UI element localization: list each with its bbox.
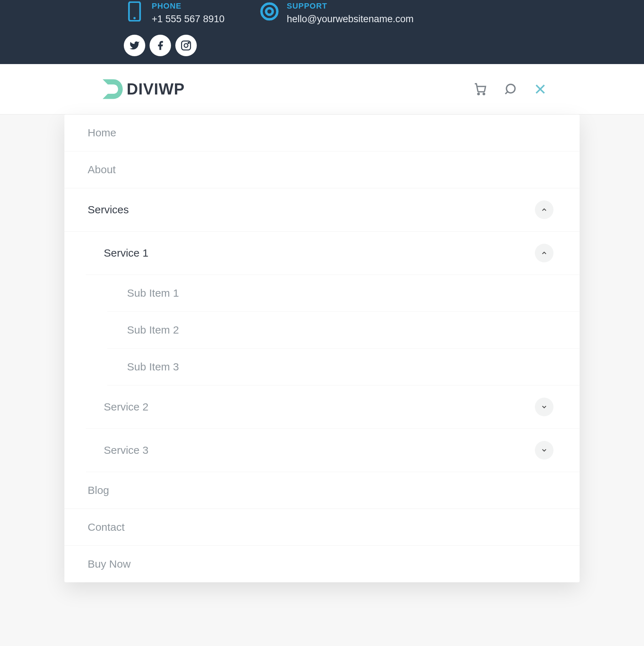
chevron-up-icon <box>541 206 548 213</box>
menu-label: Sub Item 2 <box>127 324 179 336</box>
support-value: hello@yourwebsitename.com <box>287 14 414 25</box>
chevron-down-icon <box>541 447 548 454</box>
site-logo[interactable]: DIVIWP <box>100 78 185 100</box>
facebook-icon <box>155 40 166 51</box>
phone-label: PHONE <box>152 1 224 11</box>
twitter-icon <box>129 40 140 51</box>
close-menu-button[interactable] <box>533 82 547 96</box>
collapse-button[interactable] <box>535 244 553 262</box>
menu-item-buy-now[interactable]: Buy Now <box>64 546 580 582</box>
chevron-down-icon <box>541 403 548 411</box>
phone-block: PHONE +1 555 567 8910 <box>125 1 224 25</box>
header-bar: DIVIWP <box>0 64 644 115</box>
menu-item-blog[interactable]: Blog <box>64 472 580 509</box>
cart-icon <box>474 83 487 96</box>
menu-item-service-1[interactable]: Service 1 <box>86 232 580 275</box>
logo-mark-icon <box>100 78 124 100</box>
phone-value: +1 555 567 8910 <box>152 14 224 25</box>
menu-item-contact[interactable]: Contact <box>64 509 580 546</box>
menu-label: Contact <box>88 521 125 533</box>
menu-item-home[interactable]: Home <box>64 115 580 151</box>
svg-point-9 <box>184 44 188 48</box>
logo-text: DIVIWP <box>127 80 185 98</box>
svg-line-14 <box>506 92 508 94</box>
collapse-button[interactable] <box>535 200 553 219</box>
menu-item-service-3[interactable]: Service 3 <box>86 429 580 472</box>
svg-point-1 <box>133 17 136 19</box>
cart-button[interactable] <box>473 82 487 96</box>
menu-item-services[interactable]: Services <box>64 188 580 232</box>
menu-label: Home <box>88 127 116 139</box>
menu-label: Services <box>88 204 129 216</box>
svg-point-10 <box>188 42 189 43</box>
menu-item-sub-2[interactable]: Sub Item 2 <box>107 312 580 349</box>
top-contact-bar: PHONE +1 555 567 8910 SUPPORT hello@your… <box>0 0 644 64</box>
svg-point-11 <box>478 93 479 94</box>
menu-label: About <box>88 164 116 176</box>
service1-submenu: Sub Item 1 Sub Item 2 Sub Item 3 <box>64 275 580 385</box>
menu-label: Blog <box>88 484 109 496</box>
menu-label: Sub Item 1 <box>127 287 179 299</box>
instagram-icon <box>181 40 191 51</box>
menu-label: Service 1 <box>104 247 148 259</box>
expand-button[interactable] <box>535 398 553 416</box>
menu-item-sub-3[interactable]: Sub Item 3 <box>107 349 580 385</box>
menu-label: Service 2 <box>104 401 148 413</box>
support-label: SUPPORT <box>287 1 414 11</box>
services-submenu: Service 1 Sub Item 1 Sub Item 2 Sub Item… <box>64 232 580 472</box>
menu-item-sub-1[interactable]: Sub Item 1 <box>107 275 580 312</box>
facebook-button[interactable] <box>150 35 171 56</box>
menu-label: Service 3 <box>104 444 148 456</box>
support-block: SUPPORT hello@yourwebsitename.com <box>260 1 414 25</box>
mobile-menu-panel: Home About Services Service 1 Sub Item 1… <box>64 115 580 582</box>
menu-item-service-2[interactable]: Service 2 <box>86 385 580 429</box>
search-button[interactable] <box>503 82 517 96</box>
menu-label: Buy Now <box>88 558 131 570</box>
menu-label: Sub Item 3 <box>127 361 179 373</box>
menu-item-about[interactable]: About <box>64 151 580 188</box>
twitter-button[interactable] <box>124 35 145 56</box>
instagram-button[interactable] <box>175 35 197 56</box>
close-icon <box>534 83 546 95</box>
svg-point-12 <box>483 93 484 94</box>
search-icon <box>504 83 517 96</box>
expand-button[interactable] <box>535 441 553 460</box>
phone-icon <box>125 2 144 21</box>
support-icon <box>260 2 279 21</box>
chevron-up-icon <box>541 249 548 257</box>
